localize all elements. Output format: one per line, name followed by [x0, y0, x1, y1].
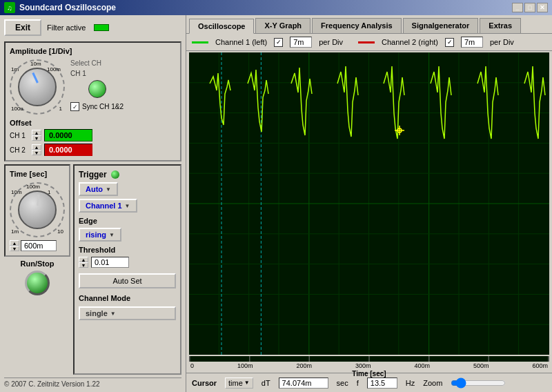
time-axis-labels: 0 100m 200m 300m 400m 500m 600m — [189, 362, 549, 370]
edge-dropdown[interactable]: rising ▼ — [79, 228, 121, 242]
time-section: Time [sec] 100m 1 10m 1m 10 — [4, 164, 70, 257]
ch2-line-indicator — [358, 41, 375, 43]
sync-label: Sync CH 1&2 — [82, 103, 124, 110]
threshold-up[interactable]: ▲ — [79, 257, 88, 262]
auto-set-button[interactable]: Auto Set — [79, 273, 176, 288]
app-icon: ♫ — [4, 2, 15, 13]
threshold-down[interactable]: ▼ — [79, 262, 88, 268]
trigger-channel-dropdown[interactable]: Channel 1 ▼ — [79, 199, 137, 213]
time-value[interactable]: 600m — [21, 240, 57, 251]
tab-frequency-analysis[interactable]: Frequency Analysis — [312, 18, 402, 33]
time-knob-container[interactable]: 100m 1 10m 1m 10 — [10, 182, 65, 237]
ch2-offset-label: CH 2 — [10, 146, 29, 154]
tab-oscilloscope[interactable]: Oscilloscope — [189, 19, 254, 34]
exit-button[interactable]: Exit — [4, 19, 41, 36]
cursor-type-dropdown[interactable]: time ▼ — [225, 378, 253, 389]
time-label-10m: 10m — [11, 189, 22, 195]
cursor-label: Cursor — [192, 379, 217, 387]
amplitude-knob-container[interactable]: 10m 100m 1m 100u 1 — [10, 59, 65, 115]
ch1-display-checkbox[interactable]: ✓ — [274, 38, 283, 47]
edge-row: rising ▼ — [79, 228, 176, 242]
tab-extras[interactable]: Extras — [480, 18, 521, 33]
channel-mode-value: single — [86, 309, 108, 317]
ch2-per-div-value[interactable]: 7m — [461, 37, 483, 48]
amplitude-knob[interactable] — [18, 68, 57, 106]
filter-active-led — [94, 24, 109, 31]
ch1-label: CH 1 — [70, 70, 124, 77]
trigger-channel-arrow: ▼ — [125, 203, 130, 209]
amplitude-title: Amplitude [1/Div] — [10, 47, 176, 55]
f-label: f — [357, 379, 359, 387]
maximize-button[interactable]: □ — [524, 3, 535, 12]
zoom-label: Zoom — [423, 379, 442, 387]
time-knob[interactable] — [18, 190, 57, 229]
ch2-display-checkbox[interactable]: ✓ — [445, 38, 454, 47]
time-axis-400m: 400m — [414, 362, 430, 369]
dt-value[interactable]: 74.074m — [279, 378, 328, 389]
run-stop-button[interactable] — [25, 271, 50, 295]
time-knob-indicator — [37, 195, 39, 206]
edge-label: rising — [86, 231, 106, 239]
ch1-led[interactable] — [88, 80, 106, 98]
left-bottom-col: Time [sec] 100m 1 10m 1m 10 — [4, 164, 70, 375]
channel-mode-arrow: ▼ — [110, 311, 116, 317]
ch1-offset-value[interactable]: 0.0000 — [44, 129, 92, 141]
ch2-display-label: Channel 2 (right) — [382, 38, 438, 46]
knob-label-1m: 1m — [11, 66, 19, 72]
time-title: Time [sec] — [10, 170, 65, 178]
minimize-button[interactable]: _ — [512, 3, 523, 12]
cursor-type-arrow: ▼ — [244, 380, 250, 386]
ch2-offset-down[interactable]: ▼ — [32, 150, 41, 155]
close-button[interactable]: ✕ — [537, 3, 548, 12]
threshold-value[interactable]: 0.01 — [91, 257, 129, 268]
channel-mode-row: Channel Mode — [79, 294, 176, 302]
ch2-offset-value[interactable]: 0.0000 — [44, 144, 92, 156]
footer-info: © 2007 C. Zeitnitz Version 1.22 — [4, 378, 181, 388]
zoom-slider[interactable] — [451, 378, 506, 388]
time-up[interactable]: ▲ — [10, 240, 19, 246]
trigger-led — [111, 170, 119, 179]
left-panel: Exit Filter active Amplitude [1/Div] 10m… — [0, 15, 186, 392]
ch1-display-label: Channel 1 (left) — [215, 38, 267, 46]
time-axis-500m: 500m — [473, 362, 489, 369]
time-label-100m: 100m — [26, 184, 40, 190]
run-stop-section: Run/Stop — [4, 259, 70, 295]
ch1-per-div-value[interactable]: 7m — [290, 37, 312, 48]
sync-checkbox[interactable] — [70, 102, 79, 111]
time-label-1m: 1m — [11, 228, 19, 235]
ch1-offset-down[interactable]: ▼ — [32, 135, 41, 141]
tabs-row: Oscilloscope X-Y Graph Frequency Analysi… — [186, 15, 552, 33]
offset-title: Offset — [10, 119, 176, 127]
select-ch-label: Select CH — [70, 59, 124, 67]
ch2-per-div-label: per Div — [490, 38, 514, 46]
edge-arrow: ▼ — [109, 232, 115, 238]
trigger-mode-arrow: ▼ — [106, 186, 111, 193]
tab-xy-graph[interactable]: X-Y Graph — [255, 18, 310, 33]
oscilloscope-display[interactable] — [189, 52, 549, 355]
f-value[interactable]: 13.5 — [367, 378, 397, 389]
trigger-header: Trigger — [79, 170, 176, 179]
time-spinner[interactable]: ▲ ▼ — [10, 240, 19, 251]
channel-mode-dropdown[interactable]: single ▼ — [79, 306, 176, 320]
tab-frequency-analysis-label: Frequency Analysis — [321, 21, 393, 30]
trigger-channel-label: Channel 1 — [86, 202, 122, 210]
trigger-mode-dropdown[interactable]: Auto ▼ — [79, 182, 118, 196]
ch1-offset-up[interactable]: ▲ — [32, 130, 41, 135]
title-bar: ♫ Soundcard Oszilloscope _ □ ✕ — [0, 0, 552, 15]
threshold-spinner[interactable]: ▲ ▼ — [79, 257, 88, 268]
ch2-offset-spinner[interactable]: ▲ ▼ — [32, 144, 41, 155]
time-down[interactable]: ▼ — [10, 246, 19, 251]
time-axis-0: 0 — [190, 362, 194, 369]
dt-unit: sec — [337, 379, 348, 387]
knob-label-1: 1 — [59, 106, 62, 112]
knob-indicator — [32, 72, 38, 84]
channel-info-row: Channel 1 (left) ✓ 7m per Div Channel 2 … — [186, 33, 552, 51]
ch2-offset-up[interactable]: ▲ — [32, 144, 41, 150]
knob-label-10m: 10m — [30, 61, 41, 67]
window-title: Soundcard Oszilloscope — [19, 3, 116, 12]
tab-signalgenerator[interactable]: Signalgenerator — [403, 18, 479, 33]
ch1-per-div-label: per Div — [319, 38, 343, 46]
time-axis-200m: 200m — [296, 362, 312, 369]
ch1-offset-spinner[interactable]: ▲ ▼ — [32, 130, 41, 141]
window-controls[interactable]: _ □ ✕ — [512, 3, 548, 12]
